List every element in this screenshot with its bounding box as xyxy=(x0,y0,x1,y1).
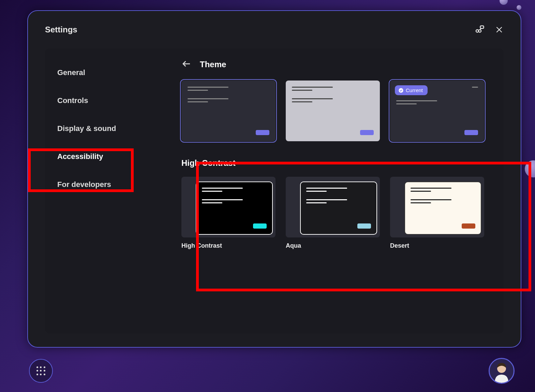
panel-body: General Controls Display & sound Accessi… xyxy=(45,48,504,333)
hc-label-desert: Desert xyxy=(390,242,484,249)
theme-light[interactable] xyxy=(286,81,380,141)
theme-dark[interactable] xyxy=(181,81,276,141)
sidebar-item-controls[interactable]: Controls xyxy=(45,87,175,115)
apps-icon xyxy=(36,366,45,375)
sidebar-item-developers[interactable]: For developers xyxy=(45,171,175,199)
sidebar-item-accessibility[interactable]: Accessibility xyxy=(45,143,175,171)
high-contrast-grid: High Contrast xyxy=(175,177,493,249)
content-title: Theme xyxy=(200,60,226,69)
feedback-icon[interactable] xyxy=(474,25,485,35)
hc-label-high-contrast: High Contrast xyxy=(181,242,276,249)
apps-button[interactable] xyxy=(29,359,53,383)
sidebar: General Controls Display & sound Accessi… xyxy=(45,48,175,333)
hc-theme-desert[interactable]: Desert xyxy=(390,177,484,249)
back-icon[interactable] xyxy=(181,59,192,70)
panel-header: Settings xyxy=(45,25,504,35)
content-area: Theme xyxy=(175,48,504,333)
avatar-icon xyxy=(490,359,514,383)
sidebar-item-general[interactable]: General xyxy=(45,59,175,87)
sidebar-item-display-sound[interactable]: Display & sound xyxy=(45,115,175,143)
settings-panel: Settings General Controls Disp xyxy=(27,10,521,348)
current-badge-label: Current xyxy=(406,87,423,93)
header-actions xyxy=(474,25,504,35)
hc-theme-high-contrast[interactable]: High Contrast xyxy=(181,177,276,249)
close-icon[interactable] xyxy=(495,25,504,34)
hc-theme-aqua[interactable]: Aqua xyxy=(286,177,380,249)
current-badge: Current xyxy=(395,85,428,95)
theme-current[interactable]: Current xyxy=(390,81,484,141)
svg-point-6 xyxy=(399,88,403,92)
high-contrast-title: High Contrast xyxy=(175,158,493,168)
bottom-bar xyxy=(29,358,515,384)
content-header: Theme xyxy=(175,59,493,70)
panel-title: Settings xyxy=(45,25,77,34)
theme-grid: Current xyxy=(175,81,493,141)
hc-label-aqua: Aqua xyxy=(286,242,380,249)
svg-point-1 xyxy=(479,30,481,32)
avatar-button[interactable] xyxy=(489,358,515,384)
svg-rect-2 xyxy=(480,26,484,29)
